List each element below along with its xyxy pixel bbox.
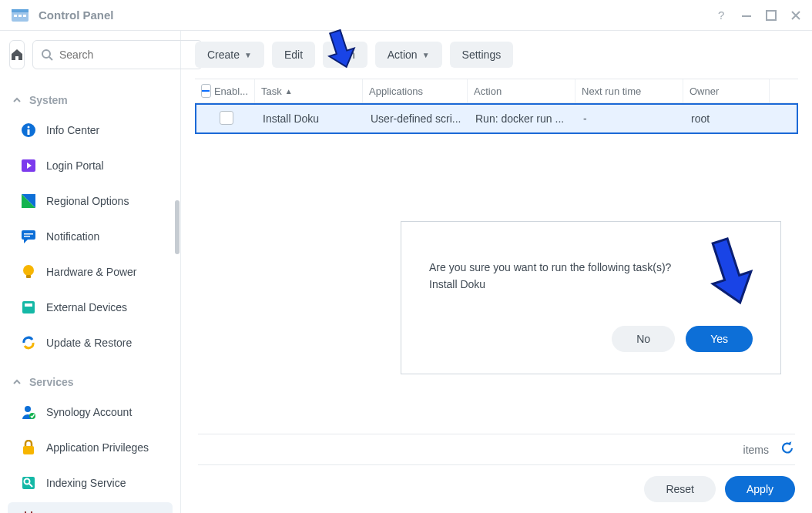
sidebar-item-external[interactable]: External Devices (8, 291, 173, 324)
calendar-icon (20, 510, 37, 513)
svg-rect-14 (22, 230, 35, 240)
titlebar: Control Panel ? (0, 0, 812, 31)
th-applications[interactable]: Applications (363, 79, 468, 102)
caret-down-icon: ▼ (422, 51, 430, 59)
close-icon[interactable] (790, 10, 801, 21)
sidebar-item-label: Synology Account (46, 406, 132, 418)
svg-rect-6 (742, 15, 751, 17)
sidebar-item-label: External Devices (46, 301, 127, 314)
section-services[interactable]: Services (0, 367, 180, 394)
sidebar-item-label: Info Center (46, 124, 99, 136)
svg-rect-4 (23, 15, 26, 17)
svg-point-8 (42, 50, 50, 58)
create-button[interactable]: Create▼ (195, 42, 264, 68)
svg-line-9 (49, 57, 52, 60)
main-panel: Create▼ Edit Run Action▼ Settings Enabl.… (181, 31, 812, 513)
cell-applications: User-defined scri... (364, 112, 469, 125)
refresh-icon (20, 334, 37, 351)
sidebar-item-task-scheduler[interactable]: Task Scheduler (8, 502, 173, 513)
home-button[interactable] (9, 40, 25, 69)
svg-rect-2 (14, 15, 17, 17)
portal-icon (20, 157, 37, 174)
bulb-icon (20, 263, 37, 280)
section-label: Services (29, 376, 74, 388)
checkbox-indeterminate[interactable] (201, 84, 211, 98)
search-icon (41, 49, 53, 61)
sidebar-item-label: Notification (46, 230, 99, 243)
row-checkbox[interactable] (220, 111, 233, 125)
account-icon (20, 404, 37, 421)
apply-button[interactable]: Apply (725, 476, 795, 502)
maximize-icon[interactable] (766, 10, 777, 21)
sidebar-item-label: Regional Options (46, 195, 129, 207)
run-button[interactable]: Run (323, 42, 367, 68)
svg-rect-20 (25, 303, 32, 307)
control-panel-icon (11, 6, 29, 25)
sidebar-item-indexing[interactable]: Indexing Service (8, 467, 173, 499)
dialog-message: Are you sure you want to run the followi… (429, 259, 753, 276)
svg-rect-18 (26, 275, 31, 278)
svg-rect-19 (22, 301, 35, 314)
th-enabled[interactable]: Enabl... (195, 79, 255, 102)
th-action[interactable]: Action (468, 79, 575, 102)
action-button[interactable]: Action▼ (375, 42, 442, 68)
svg-rect-3 (18, 15, 22, 17)
svg-text:?: ? (718, 9, 724, 22)
table-header: Enabl... Task▲ Applications Action Next … (195, 79, 798, 103)
sidebar-item-notification[interactable]: Notification (8, 220, 173, 253)
sidebar-item-hardware[interactable]: Hardware & Power (8, 256, 173, 288)
items-label: items (743, 444, 769, 456)
svg-rect-23 (23, 446, 34, 454)
help-icon[interactable]: ? (715, 9, 727, 22)
chevron-up-icon (12, 96, 22, 105)
sort-asc-icon: ▲ (285, 87, 293, 96)
lock-icon (20, 439, 37, 456)
cell-owner: root (685, 112, 771, 125)
svg-rect-1 (12, 9, 29, 12)
dialog-yes-button[interactable]: Yes (686, 326, 753, 352)
minimize-icon[interactable] (741, 10, 752, 21)
sidebar-item-info-center[interactable]: Info Center (8, 114, 173, 146)
edit-button[interactable]: Edit (272, 42, 315, 68)
caret-down-icon: ▼ (244, 51, 252, 59)
sidebar: System Info Center Login Portal Regional… (0, 31, 181, 513)
sidebar-item-label: Indexing Service (46, 477, 126, 489)
confirm-dialog: Are you sure you want to run the followi… (401, 221, 781, 374)
svg-point-17 (23, 265, 34, 276)
sidebar-item-regional[interactable]: Regional Options (8, 185, 173, 217)
sidebar-item-label: Login Portal (46, 159, 104, 172)
section-label: System (29, 94, 68, 106)
dialog-no-button[interactable]: No (612, 326, 675, 352)
dialog-task-name: Install Doku (429, 276, 753, 293)
svg-point-22 (29, 413, 35, 419)
table-row[interactable]: Install Doku User-defined scri... Run: d… (195, 103, 798, 134)
settings-button[interactable]: Settings (450, 42, 514, 68)
svg-point-21 (25, 406, 31, 412)
reset-button[interactable]: Reset (644, 476, 716, 502)
search-box[interactable] (32, 40, 203, 69)
section-system[interactable]: System (0, 85, 180, 112)
th-task[interactable]: Task▲ (255, 79, 363, 102)
sidebar-item-label: Update & Restore (46, 337, 132, 349)
scrollbar-thumb[interactable] (175, 200, 180, 254)
sidebar-item-privileges[interactable]: Application Privileges (8, 431, 173, 464)
th-owner[interactable]: Owner (683, 79, 770, 102)
search-input[interactable] (59, 49, 194, 61)
svg-rect-7 (767, 11, 776, 20)
svg-point-11 (28, 126, 30, 129)
cell-next: - (577, 112, 685, 125)
chevron-up-icon (12, 377, 22, 387)
sidebar-item-update[interactable]: Update & Restore (8, 327, 173, 359)
cell-task: Install Doku (257, 112, 364, 125)
device-icon (20, 299, 37, 316)
svg-rect-12 (28, 129, 30, 135)
info-icon (20, 122, 37, 139)
th-next-run[interactable]: Next run time (575, 79, 683, 102)
globe-icon (20, 193, 37, 210)
svg-rect-15 (24, 233, 33, 235)
sidebar-item-synology-account[interactable]: Synology Account (8, 396, 173, 428)
sidebar-item-login-portal[interactable]: Login Portal (8, 149, 173, 182)
refresh-button[interactable] (780, 441, 795, 458)
sidebar-item-label: Hardware & Power (46, 266, 137, 278)
footer: items Reset Apply (181, 423, 812, 513)
